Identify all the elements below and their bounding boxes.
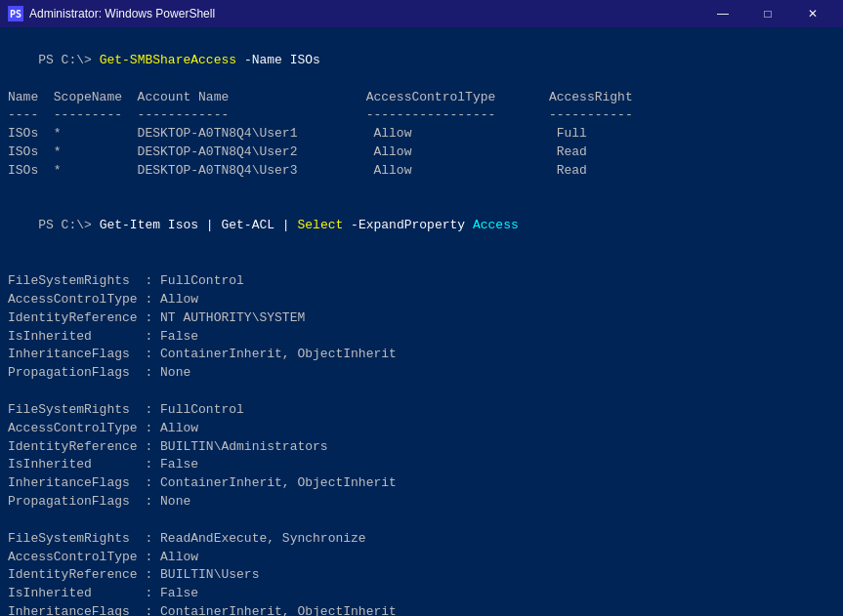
acl-line: PropagationFlags : None bbox=[8, 364, 835, 383]
svg-text:PS: PS bbox=[10, 9, 21, 20]
acl-line: IsInherited : False bbox=[8, 328, 835, 347]
acl-line: IsInherited : False bbox=[8, 585, 835, 603]
acl-line: AccessControlType : Allow bbox=[8, 291, 835, 309]
acl-line: FileSystemRights : FullControl bbox=[8, 272, 835, 291]
cmd-access-keyword: Access bbox=[473, 218, 519, 232]
title-bar: PS Administrator: Windows PowerShell — □… bbox=[0, 0, 843, 27]
cmd-name-isos: -Name ISOs bbox=[236, 53, 320, 67]
table-row-2: ISOs * DESKTOP-A0TN8Q4\User2 Allow Read bbox=[8, 144, 835, 162]
cmd-select-keyword: Select bbox=[297, 218, 343, 232]
title-bar-left: PS Administrator: Windows PowerShell bbox=[8, 6, 215, 21]
acl-line: PropagationFlags : None bbox=[8, 493, 835, 512]
blank-line-3 bbox=[8, 383, 835, 401]
cmd-get-smbshareaccess: Get-SMBShareAccess bbox=[100, 53, 236, 67]
table-header: Name ScopeName Account Name AccessContro… bbox=[8, 89, 835, 107]
acl-block-1: FileSystemRights : FullControlAccessCont… bbox=[8, 272, 835, 383]
acl-line: FileSystemRights : ReadAndExecute, Synch… bbox=[8, 530, 835, 549]
command-line-1: PS C:\> Get-SMBShareAccess -Name ISOs bbox=[8, 33, 835, 89]
blank-line-4 bbox=[8, 512, 835, 530]
acl-line: InheritanceFlags : ContainerInherit, Obj… bbox=[8, 603, 835, 616]
table-row-1: ISOs * DESKTOP-A0TN8Q4\User1 Allow Full bbox=[8, 125, 835, 144]
powershell-icon: PS bbox=[8, 6, 23, 21]
acl-line: IdentityReference : NT AUTHORITY\SYSTEM bbox=[8, 309, 835, 328]
acl-line: AccessControlType : Allow bbox=[8, 420, 835, 438]
minimize-button[interactable]: — bbox=[700, 0, 745, 27]
table-row-3: ISOs * DESKTOP-A0TN8Q4\User3 Allow Read bbox=[8, 162, 835, 181]
blank-line-2 bbox=[8, 254, 835, 272]
acl-line: AccessControlType : Allow bbox=[8, 549, 835, 567]
acl-line: InheritanceFlags : ContainerInherit, Obj… bbox=[8, 346, 835, 364]
blank-line-1 bbox=[8, 181, 835, 199]
acl-line: IsInherited : False bbox=[8, 456, 835, 474]
window-title: Administrator: Windows PowerShell bbox=[29, 7, 215, 21]
command-line-2: PS C:\> Get-Item Isos | Get-ACL | Select… bbox=[8, 199, 835, 255]
terminal-area[interactable]: PS C:\> Get-SMBShareAccess -Name ISOs Na… bbox=[0, 27, 843, 616]
cmd-expand-part: -ExpandProperty bbox=[343, 218, 473, 232]
acl-block-3: FileSystemRights : ReadAndExecute, Synch… bbox=[8, 530, 835, 616]
acl-line: InheritanceFlags : ContainerInherit, Obj… bbox=[8, 474, 835, 493]
acl-line: IdentityReference : BUILTIN\Administrato… bbox=[8, 438, 835, 457]
prompt-1: PS C:\> bbox=[38, 53, 99, 67]
acl-line: IdentityReference : BUILTIN\Users bbox=[8, 566, 835, 585]
maximize-button[interactable]: □ bbox=[745, 0, 790, 27]
close-button[interactable]: ✕ bbox=[790, 0, 835, 27]
cmd-get-item-part: Get-Item Isos | Get-ACL | bbox=[100, 218, 298, 232]
title-bar-controls: — □ ✕ bbox=[700, 0, 835, 27]
acl-line: FileSystemRights : FullControl bbox=[8, 401, 835, 420]
table-divider: ---- --------- ------------ ------------… bbox=[8, 106, 835, 125]
acl-block-2: FileSystemRights : FullControlAccessCont… bbox=[8, 401, 835, 512]
prompt-2: PS C:\> bbox=[38, 218, 99, 232]
